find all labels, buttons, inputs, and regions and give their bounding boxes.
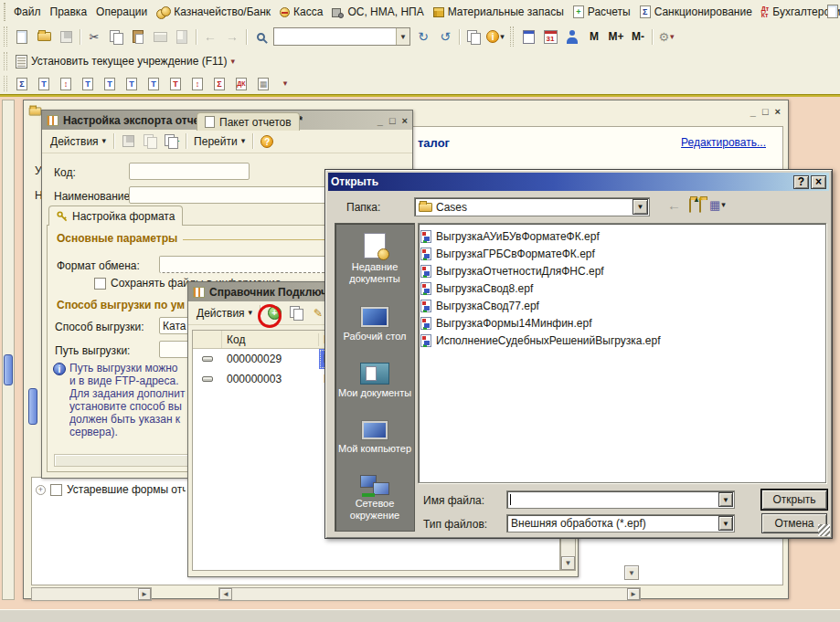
left-scrollbar-thumb[interactable]	[4, 354, 13, 385]
copy-button[interactable]	[106, 27, 126, 47]
code-input[interactable]	[129, 163, 250, 180]
expand-icon[interactable]: +	[36, 485, 46, 495]
file-item[interactable]: ВыгрузкаФормы14Минфин.epf	[420, 314, 824, 332]
filename-input[interactable]: ▼	[506, 490, 735, 509]
scroll-left-button[interactable]: ◄	[219, 588, 232, 600]
report-icon-6[interactable]: Т	[122, 74, 142, 93]
scroll-down-button[interactable]: ▼	[561, 556, 575, 570]
cut-button[interactable]: ✂	[84, 27, 104, 47]
reread-button[interactable]: +	[162, 132, 182, 151]
new-document-button[interactable]	[12, 27, 32, 47]
report-icon-4[interactable]: Т	[78, 74, 98, 93]
close-icon[interactable]: ×	[811, 175, 826, 189]
open-dialog-titlebar[interactable]: Открыть ? ×	[328, 173, 829, 191]
settings-button[interactable]: ⚙▾	[656, 27, 676, 47]
report-icon-2[interactable]: Т	[34, 74, 54, 93]
new-folder-icon[interactable]: ✶	[699, 199, 701, 212]
report-icon-11[interactable]: ДК	[231, 74, 251, 93]
copy-item-button[interactable]	[286, 303, 306, 322]
open-button[interactable]	[34, 27, 54, 47]
combo-dropdown-button[interactable]: ▼	[633, 199, 648, 215]
save-files-checkbox[interactable]	[94, 278, 106, 290]
minimize-icon[interactable]: _	[377, 115, 383, 126]
close-icon[interactable]: ×	[775, 106, 781, 117]
folder-combo[interactable]: Cases ▼	[414, 197, 650, 216]
filetype-combo[interactable]: Внешняя обработка (*.epf) ▼	[506, 514, 735, 532]
tab-format-settings[interactable]: Настройка формата	[48, 206, 183, 226]
menu-cash[interactable]: Касса	[275, 4, 327, 20]
row-code-cell[interactable]: 000000029	[222, 353, 319, 365]
file-item[interactable]: ВыгрузкаСвод77.epf	[420, 297, 824, 314]
toolbar-grip[interactable]	[4, 76, 7, 91]
window-copy-button[interactable]	[463, 27, 484, 47]
user-settings-button[interactable]	[562, 27, 582, 47]
actions-button[interactable]: Действия▾	[46, 133, 111, 150]
window-scrollbar-thumb[interactable]	[28, 388, 37, 425]
back-arrow-icon[interactable]: ←	[667, 197, 681, 213]
menu-treasury-bank[interactable]: Казначейство/Банк	[152, 4, 275, 20]
place-my-computer[interactable]: Мой компьютер	[338, 420, 411, 455]
find-button[interactable]	[250, 27, 271, 47]
report-icon-5[interactable]: Т	[100, 74, 120, 93]
up-one-level-icon[interactable]: ▲	[689, 199, 691, 212]
value-history-back-button[interactable]: ↺	[435, 27, 455, 47]
report-icon-7[interactable]: Т	[144, 74, 164, 93]
set-current-institution-button[interactable]: Установить текущее учреждение (F11) ▾	[11, 53, 239, 70]
resize-grip[interactable]	[818, 524, 830, 536]
toolbar-grip[interactable]	[4, 3, 5, 21]
help-button[interactable]: ?	[257, 132, 277, 151]
help-icon[interactable]: ?	[793, 175, 809, 189]
preview-button[interactable]	[172, 27, 192, 47]
open-button[interactable]: Открыть	[761, 490, 827, 510]
place-desktop[interactable]: Рабочий стол	[343, 306, 406, 343]
left-pane-hscrollbar[interactable]: ►	[31, 587, 152, 601]
maximize-icon[interactable]: □	[389, 115, 396, 126]
menu-edit[interactable]: Правка	[46, 4, 92, 20]
toolbar-grip[interactable]	[510, 26, 514, 47]
report-icon-12[interactable]: ▦	[253, 74, 273, 93]
place-recent-documents[interactable]: Недавние документы	[337, 233, 412, 285]
service-info-button[interactable]: i▾	[485, 27, 505, 47]
header-icon-column[interactable]	[193, 331, 222, 348]
combo-dropdown-button[interactable]: ▼	[718, 492, 733, 507]
memory-plus-button[interactable]: M+	[606, 27, 626, 47]
value-history-button[interactable]: ↻	[413, 27, 433, 47]
combo-dropdown-button[interactable]: ▼	[718, 516, 733, 531]
row-code-cell[interactable]: 000000003	[222, 373, 319, 385]
close-icon[interactable]: ×	[402, 115, 408, 126]
header-code-column[interactable]: Код	[222, 333, 319, 346]
report-icon-8[interactable]: Т	[165, 74, 186, 93]
obsolete-forms-checkbox[interactable]	[50, 484, 62, 496]
tab-report-package[interactable]: Пакет отчетов	[197, 112, 300, 131]
paste-button[interactable]	[128, 27, 148, 47]
menu-file[interactable]: Файл	[9, 4, 46, 20]
save-close-button[interactable]	[140, 132, 160, 151]
menu-authorization[interactable]: ΣСанкционирование	[635, 4, 757, 20]
file-item[interactable]: ИсполнениеСудебныхРешенийВыгрузка.epf	[420, 332, 824, 349]
save-button[interactable]	[56, 27, 76, 47]
file-item[interactable]: ВыгрузкаГРБСвФорматеФК.epf	[420, 245, 824, 262]
report-icon-9[interactable]: ↕	[187, 74, 207, 93]
print-button[interactable]	[150, 27, 170, 47]
place-my-documents[interactable]: Мои документы	[338, 363, 411, 399]
toolbar-grip[interactable]	[4, 52, 7, 70]
scroll-right-button[interactable]: ►	[627, 588, 640, 600]
minimize-icon[interactable]: _	[750, 106, 756, 117]
file-item[interactable]: ВыгрузкаАУиБУвФорматеФК.epf	[420, 227, 824, 245]
reports-more-button[interactable]: ▾	[275, 74, 295, 93]
calculator-button[interactable]	[518, 27, 538, 47]
memory-minus-button[interactable]: M-	[628, 27, 648, 47]
pane-scroll-down-button[interactable]: ▼	[624, 565, 639, 580]
file-item[interactable]: ВыгрузкаОтчетностиДляФНС.epf	[420, 262, 824, 279]
menu-fixed-assets[interactable]: ОС, НМА, НПА	[327, 4, 428, 20]
scroll-right-button[interactable]: ►	[138, 588, 151, 600]
main-hscrollbar[interactable]: ◄ ►	[218, 587, 641, 601]
memory-button[interactable]: M	[584, 27, 604, 47]
file-item[interactable]: ВыгрузкаСвод8.epf	[420, 279, 824, 297]
search-dropdown-button[interactable]: ▼	[396, 28, 409, 45]
place-network[interactable]: Сетевое окружение	[337, 475, 412, 522]
toolbar-grip[interactable]	[4, 26, 7, 47]
back-button[interactable]: ←	[200, 27, 220, 47]
report-icon-3[interactable]: ↕	[56, 74, 76, 93]
save-record-button[interactable]	[118, 132, 138, 151]
